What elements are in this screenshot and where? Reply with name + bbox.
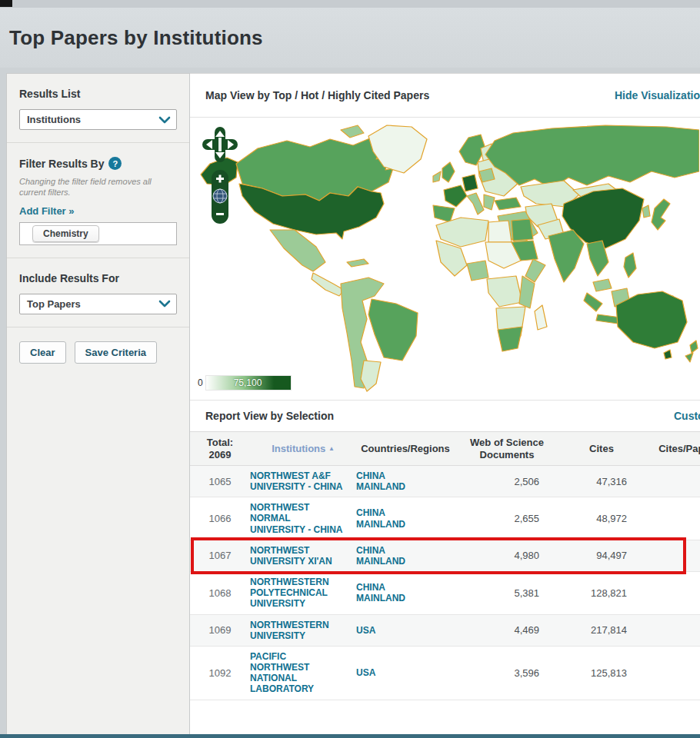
country-nigeria[interactable] [467, 261, 488, 281]
row-rank: 1067 [190, 550, 250, 561]
row-rank: 1069 [190, 624, 250, 636]
window-corner-notch [0, 0, 12, 7]
country-malaysia[interactable] [593, 279, 612, 291]
legend-min-label: 0 [198, 377, 203, 388]
chevron-down-icon [158, 113, 171, 127]
column-header-cites[interactable]: Cites [559, 439, 644, 459]
island-madagascar[interactable] [535, 305, 547, 330]
country-spain[interactable] [433, 205, 455, 222]
customize-link[interactable]: Customize [674, 410, 700, 422]
cites-value: 47,316 [559, 476, 644, 487]
island-arctic[interactable] [341, 125, 364, 138]
country-label: CHINA MAINLAND [356, 582, 455, 603]
country-turkey[interactable] [495, 198, 521, 210]
world-choropleth-map[interactable]: 0 75,100 [190, 118, 700, 401]
zoom-control [212, 170, 228, 224]
row-rank: 1066 [190, 513, 250, 524]
country-india[interactable] [548, 230, 584, 282]
island-sumatra[interactable] [584, 293, 602, 311]
country-australia[interactable] [616, 291, 687, 348]
table-row: 1092PACIFIC NORTHWEST NATIONAL LABORATOR… [190, 647, 700, 700]
institution-link[interactable]: NORTHWEST UNIVERSITY XI'AN [250, 545, 356, 567]
world-map-svg [190, 118, 699, 401]
filter-chip-chemistry[interactable]: Chemistry [32, 225, 99, 242]
country-egypt[interactable] [512, 219, 533, 241]
documents-value: 3,596 [455, 667, 559, 679]
include-results-section: Include Results For Top Papers [7, 258, 189, 327]
legend-max-label: 75,100 [234, 377, 262, 388]
documents-value: 2,655 [455, 513, 559, 524]
row-rank: 1065 [190, 476, 250, 487]
region-balkans[interactable] [484, 194, 495, 210]
country-label: CHINA MAINLAND [356, 507, 455, 529]
help-icon[interactable]: ? [108, 157, 122, 170]
choropleth-legend: 0 75,100 [198, 375, 292, 391]
column-header-institutions[interactable]: Institutions ▲ [250, 439, 356, 459]
country-italy[interactable] [467, 193, 484, 214]
filters-sidebar: Results List Institutions Filter Results… [6, 73, 190, 738]
island-cuba[interactable] [347, 259, 368, 267]
table-row: 1068NORTHWESTERN POLYTECHNICAL UNIVERSIT… [190, 572, 700, 614]
map-view-title: Map View by Top / Hot / Highly Cited Pap… [205, 89, 429, 101]
country-libya[interactable] [488, 221, 512, 242]
results-list-section: Results List Institutions [7, 74, 189, 143]
country-label: USA [356, 625, 455, 636]
country-south-korea[interactable] [642, 205, 650, 218]
save-criteria-button[interactable]: Save Criteria [75, 341, 158, 364]
bottom-accent-strip [0, 734, 700, 738]
table-row: 1066NORTHWEST NORMAL UNIVERSITY - CHINAC… [190, 497, 700, 540]
report-view-title: Report View by Selection [205, 410, 334, 422]
filter-results-label: Filter Results By [19, 158, 104, 170]
legend-gradient-bar: 75,100 [205, 375, 292, 391]
include-results-value: Top Papers [27, 298, 81, 310]
country-label: USA [356, 667, 455, 678]
column-header-cites-per-paper[interactable]: Cites/Paper [644, 439, 700, 459]
table-empty-space [190, 700, 700, 738]
country-japan[interactable] [652, 199, 670, 230]
zoom-out-button[interactable] [216, 213, 224, 215]
island-tasmania[interactable] [664, 350, 672, 359]
country-poland[interactable] [479, 168, 495, 182]
region-horn-of-africa[interactable] [525, 259, 545, 282]
country-label: CHINA MAINLAND [356, 545, 455, 567]
results-table-body: 1065NORTHWEST A&F UNIVERSITY - CHINACHIN… [190, 466, 700, 700]
country-russia[interactable] [485, 125, 699, 188]
country-new-zealand[interactable] [685, 341, 698, 362]
row-rank: 1092 [190, 667, 250, 679]
include-results-label: Include Results For [19, 272, 177, 284]
row-rank: 1068 [190, 587, 250, 599]
region-congo[interactable] [487, 276, 522, 307]
hide-visualization-link[interactable]: Hide Visualization [615, 89, 700, 101]
clear-button[interactable]: Clear [19, 341, 66, 364]
institution-link[interactable]: NORTHWESTERN POLYTECHNICAL UNIVERSITY [250, 577, 356, 609]
add-filter-link[interactable]: Add Filter » [19, 205, 75, 217]
results-list-dropdown[interactable]: Institutions [19, 109, 177, 130]
column-header-countries[interactable]: Countries/Regions [356, 439, 455, 459]
column-header-documents[interactable]: Web of Science Documents [455, 433, 559, 464]
country-south-africa[interactable] [498, 327, 522, 351]
country-mexico[interactable] [270, 230, 325, 271]
institution-link[interactable]: NORTHWEST A&F UNIVERSITY - CHINA [250, 470, 356, 492]
institution-link[interactable]: NORTHWESTERN UNIVERSITY [250, 620, 356, 641]
country-label: CHINA MAINLAND [356, 470, 455, 492]
institution-link[interactable]: PACIFIC NORTHWEST NATIONAL LABORATORY [250, 651, 356, 695]
region-central-america[interactable] [312, 273, 344, 296]
country-germany[interactable] [462, 175, 478, 191]
cites-value: 125,813 [559, 667, 644, 679]
region-northwest-africa[interactable] [436, 218, 488, 247]
table-row: 1067NORTHWEST UNIVERSITY XI'ANCHINA MAIN… [190, 540, 700, 572]
country-brazil[interactable] [368, 299, 418, 361]
page-title: Top Papers by Institutions [9, 26, 263, 50]
country-france[interactable] [444, 185, 467, 207]
filter-note: Changing the filter field removes all cu… [19, 176, 177, 198]
institution-link[interactable]: NORTHWEST NORMAL UNIVERSITY - CHINA [250, 502, 356, 534]
chevron-down-icon [158, 297, 171, 311]
pan-control [202, 127, 238, 162]
country-philippines[interactable] [624, 253, 636, 278]
globe-icon[interactable] [213, 189, 227, 203]
active-filters-box: Chemistry [19, 222, 177, 245]
results-table-header: Total: 2069 Institutions ▲ Countries/Reg… [190, 431, 700, 466]
country-uk[interactable] [442, 162, 455, 182]
include-results-dropdown[interactable]: Top Papers [19, 294, 177, 314]
country-ireland[interactable] [433, 171, 441, 182]
